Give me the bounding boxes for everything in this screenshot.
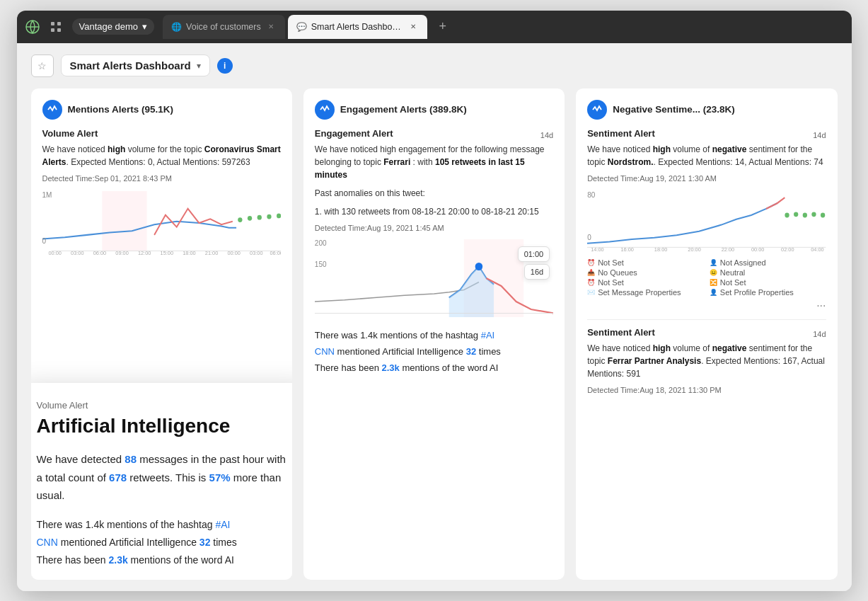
svg-point-9 (277, 213, 281, 218)
tab-bar: Vantage demo ▾ 🌐 Voice of customers ✕ 💬 … (17, 11, 852, 43)
svg-text:16:00: 16:00 (621, 246, 634, 251)
tab-voice-label: Voice of customers (186, 22, 261, 32)
cnn-link[interactable]: CNN (315, 346, 335, 357)
num-23k: 2.3k (382, 362, 400, 373)
engagement-extra-2: CNN mentioned Artificial Intelligence 32… (315, 343, 553, 360)
negative-card-title: Negative Sentime... (23.8K) (613, 104, 735, 115)
svg-text:04:00: 04:00 (811, 246, 823, 251)
negative-chart-top: 80 (587, 191, 595, 199)
mentions-alert-type: Volume Alert (42, 128, 281, 139)
popup-num-23k: 2.3k (108, 554, 127, 566)
volume-alert-popup: Volume Alert Artificial Intelligence We … (31, 383, 292, 579)
neg-status-1: Not Set (598, 258, 624, 267)
mentions-chart: 1M 0 (42, 191, 281, 255)
info-button[interactable]: i (217, 58, 233, 74)
popup-cnn-link[interactable]: CNN (37, 537, 58, 548)
dashboard-title: Smart Alerts Dashboard (70, 59, 191, 71)
engagement-alert-body: We have noticed high engagement for the … (315, 143, 553, 181)
neg-footer-msg-props[interactable]: ✉️ Set Message Properties (587, 288, 704, 297)
svg-point-30 (821, 212, 825, 217)
engagement-past-anomalies: Past anomalies on this tweet: (315, 187, 553, 200)
mentions-alerts-card: Mentions Alerts (95.1K) Volume Alert We … (31, 88, 292, 580)
tab-smart-label: Smart Alerts Dashboard (311, 22, 403, 32)
neg-assignee: Not Assigned (720, 258, 766, 267)
three-dots-button[interactable]: ··· (587, 299, 826, 312)
svg-point-28 (803, 212, 807, 217)
svg-text:02:00: 02:00 (781, 246, 794, 251)
clock-icon-2: ⏰ (587, 279, 595, 286)
svg-point-6 (247, 215, 251, 220)
popup-extra: There was 1.4k mentions of the hashtag #… (37, 516, 292, 570)
popup-extra-1: There was 1.4k mentions of the hashtag #… (37, 516, 292, 534)
mentions-chart-top-label: 1M (42, 191, 52, 199)
neg-profile-props: Set Profile Properties (720, 288, 794, 297)
popup-percent-57: 57% (209, 471, 231, 483)
favorite-button[interactable]: ☆ (31, 55, 54, 77)
svg-text:18:00: 18:00 (183, 249, 195, 254)
neg-footer-noqueues: 📥 No Queues (587, 268, 704, 277)
second-sentiment-alert: Sentiment Alert 14d We have noticed high… (587, 319, 826, 399)
engagement-alert-icon (315, 100, 335, 120)
svg-point-8 (267, 214, 271, 219)
popup-extra-2: CNN mentioned Artificial Intelligence 32… (37, 534, 292, 551)
mentions-alert-icon (42, 100, 62, 120)
neg-footer-notassigned: 👤 Not Assigned (710, 258, 826, 267)
neutral-icon: 😐 (710, 269, 717, 276)
engagement-badge: 14d (540, 131, 553, 139)
svg-point-5 (238, 217, 242, 222)
new-tab-button[interactable]: + (433, 17, 453, 37)
mentions-chart-bottom-label: 0 (42, 237, 47, 245)
tab-voice-close[interactable]: ✕ (265, 21, 277, 33)
popup-alert-label: Volume Alert (37, 400, 292, 411)
svg-text:06:00: 06:00 (93, 249, 105, 254)
hashtag-ai-link[interactable]: #AI (481, 330, 495, 340)
clock-icon-1: ⏰ (587, 259, 595, 266)
negative-sentiment-card: Negative Sentime... (23.8K) Sentiment Al… (576, 88, 837, 580)
engagement-card-header: Engagement Alerts (389.8K) (315, 100, 553, 120)
mentions-chart-svg: 00:00 03:00 06:00 09:00 12:00 15:00 18:0… (42, 191, 281, 255)
popup-body: We have detected 88 messages in the past… (37, 450, 292, 505)
second-alert-badge: 14d (813, 330, 826, 338)
svg-text:21:00: 21:00 (204, 249, 217, 254)
second-detected-time: Detected Time:Aug 18, 2021 11:30 PM (587, 386, 826, 394)
svg-text:15:00: 15:00 (160, 249, 173, 254)
svg-text:03:00: 03:00 (250, 249, 262, 254)
svg-text:03:00: 03:00 (71, 249, 83, 254)
dashboard-header: ☆ Smart Alerts Dashboard ▾ i (31, 55, 838, 77)
svg-text:22:00: 22:00 (722, 246, 734, 251)
svg-text:12:00: 12:00 (137, 249, 150, 254)
person-icon-2: 👤 (710, 289, 717, 296)
svg-point-7 (257, 214, 261, 219)
svg-rect-1 (57, 22, 61, 25)
svg-rect-3 (57, 28, 61, 32)
popup-body-after: retweets. This is (127, 471, 209, 483)
second-alert-body: We have noticed high volume of negative … (587, 342, 826, 380)
engagement-chart-mid: 150 (315, 261, 327, 268)
popup-number-678: 678 (109, 471, 127, 483)
num-32: 32 (466, 346, 476, 357)
tab-smart-close[interactable]: ✕ (407, 21, 419, 33)
negative-alert-body: We have noticed high volume of negative … (587, 143, 826, 168)
person-icon-1: 👤 (710, 259, 717, 266)
neg-neutral: Neutral (720, 268, 745, 277)
engagement-extra-content: There was 1.4k mentions of the hashtag #… (315, 327, 553, 377)
tab-smart-alerts[interactable]: 💬 Smart Alerts Dashboard ✕ (288, 15, 427, 39)
negative-chart-bottom: 0 (587, 234, 591, 241)
negative-footer-items: ⏰ Not Set 👤 Not Assigned 📥 No Queues 😐 N… (587, 258, 826, 297)
dashboard-title-area[interactable]: Smart Alerts Dashboard ▾ (61, 55, 210, 76)
svg-rect-0 (51, 22, 54, 25)
tab-voice-of-customers[interactable]: 🌐 Voice of customers ✕ (163, 15, 285, 39)
svg-point-27 (794, 212, 798, 217)
popup-extra-3: There has been 2.3k mentions of the word… (37, 551, 292, 569)
engagement-chart: 200 150 (315, 239, 553, 317)
svg-text:00:00: 00:00 (227, 249, 240, 254)
app-name-button[interactable]: Vantage demo ▾ (72, 18, 155, 35)
mail-icon: ✉️ (587, 289, 595, 296)
neg-footer-profile-props[interactable]: 👤 Set Profile Properties (710, 288, 826, 297)
main-area: ☆ Smart Alerts Dashboard ▾ i Mentions Al… (17, 43, 852, 591)
popup-hashtag-link[interactable]: #AI (215, 519, 230, 530)
svg-rect-2 (51, 28, 54, 32)
shuffle-icon: 🔀 (710, 279, 717, 286)
mentions-alert-body: We have noticed high volume for the topi… (42, 143, 281, 168)
apps-icon[interactable] (48, 19, 64, 35)
